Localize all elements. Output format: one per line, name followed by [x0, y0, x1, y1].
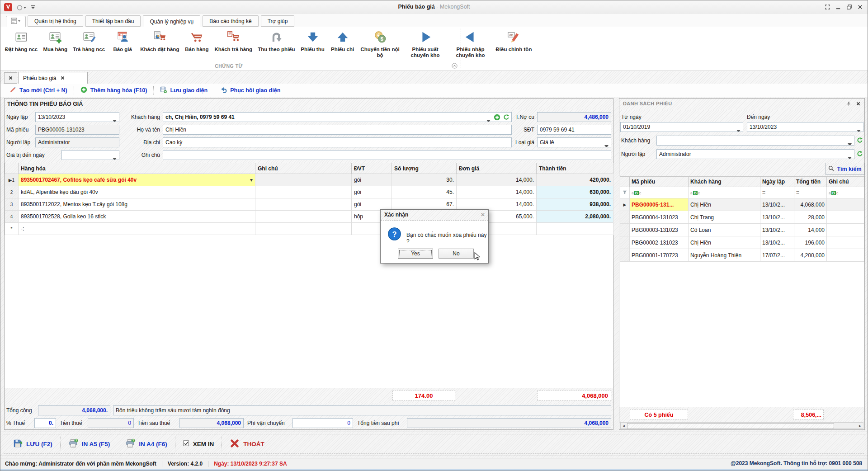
items-col-header[interactable]: Hàng hóa — [19, 163, 255, 174]
app-menu-button[interactable] — [6, 16, 26, 27]
chevron-down-icon[interactable]: ▾ — [250, 177, 253, 183]
tu-ngay-field[interactable]: 01/10/2019 — [620, 122, 743, 132]
chevron-down-icon[interactable] — [486, 116, 491, 122]
quote-customer-cell[interactable]: Cô Loan — [689, 224, 760, 236]
quote-date-cell[interactable]: 13/10/2... — [760, 224, 794, 236]
close-button[interactable] — [855, 3, 865, 10]
quote-customer-cell[interactable]: Nguyễn Hoàng Thiện — [689, 249, 760, 262]
ho-ten-field[interactable]: Chị Hiền — [163, 125, 512, 135]
ribbon-item[interactable]: Trả hàng ncc — [70, 28, 108, 52]
refresh-icon[interactable] — [857, 137, 863, 145]
quote-total-cell[interactable]: 28,000 — [794, 211, 827, 224]
grid-col-header[interactable]: Khách hàng — [689, 177, 760, 187]
filter-cell[interactable]: aBc — [630, 187, 689, 198]
chevron-down-icon[interactable] — [848, 140, 852, 146]
item-name-cell[interactable]: kdAL, Alpenlibe kẹo dâu gói 40v — [19, 186, 255, 198]
yes-button[interactable]: Yes — [398, 249, 433, 259]
ngay-lap-field[interactable]: 13/10/2023 — [35, 112, 119, 122]
ribbon-item[interactable]: Phiếu nhập chuyển kho — [448, 28, 493, 58]
grid-col-header[interactable]: Ngày lập — [760, 177, 794, 187]
ribbon-item[interactable]: Khách trả hàng — [212, 28, 255, 52]
item-name-cell[interactable]: -: — [19, 223, 255, 235]
filter-edit-icon[interactable] — [620, 187, 630, 198]
document-tab[interactable]: Phiếu báo giá — [18, 72, 88, 84]
filter-cell[interactable]: = — [794, 187, 827, 198]
grid-col-header[interactable]: Ghi chú — [827, 177, 864, 187]
items-col-header[interactable]: Số lượng — [392, 163, 457, 174]
item-unit-cell[interactable]: gói — [352, 186, 392, 198]
footer-button[interactable]: ? IN A5 (F5) — [61, 437, 118, 451]
scroll-right-icon[interactable]: ► — [857, 423, 863, 429]
quote-customer-cell[interactable]: Chị Hiền — [689, 198, 760, 211]
footer-button[interactable]: LƯU (F2) — [5, 437, 61, 451]
item-unit-cell[interactable]: gói — [352, 174, 392, 186]
item-price-cell[interactable]: 14,000. — [457, 186, 537, 198]
item-note-cell[interactable] — [255, 186, 352, 198]
grid-col-header[interactable]: Tổng tiền — [794, 177, 827, 187]
ghi-chu-field[interactable] — [163, 150, 611, 160]
ribbon-item[interactable]: Thu theo phiếu — [255, 28, 297, 52]
quote-code-cell[interactable]: PBG00003-131023 — [630, 224, 689, 236]
items-col-header[interactable]: ĐVT — [352, 163, 392, 174]
quote-code-cell[interactable]: PBG00005-131... — [630, 198, 689, 211]
quote-note-cell[interactable] — [827, 224, 864, 236]
footer-button[interactable]: XEM IN — [175, 437, 222, 451]
sp-khach-hang-field[interactable] — [656, 136, 854, 146]
item-unit-cell[interactable]: gói — [352, 198, 392, 211]
gia-tri-field[interactable] — [61, 150, 119, 160]
item-price-cell[interactable]: 14,000. — [457, 174, 537, 186]
quote-date-cell[interactable]: 13/10/2... — [760, 198, 794, 211]
no-button[interactable]: No — [439, 249, 474, 259]
minimize-button[interactable] — [833, 3, 843, 10]
action-button[interactable]: Lưu giao diện — [154, 86, 214, 95]
ribbon-item[interactable]: Mua hàng — [40, 28, 70, 52]
quote-row[interactable]: PBG00001-170723 Nguyễn Hoàng Thiện 17/07… — [620, 249, 864, 262]
den-ngay-field[interactable]: 13/10/2023 — [747, 122, 863, 132]
items-col-header[interactable]: Thành tiền — [537, 163, 613, 174]
close-all-tabs-button[interactable] — [4, 72, 17, 84]
item-row[interactable]: ▶1 ▾8935001702467, Cofitos kẹo café sữa … — [5, 174, 613, 186]
grid-col-header[interactable]: Mã phiếu — [630, 177, 689, 187]
khach-hang-field[interactable]: ch, Chị Hiền, 0979 59 69 41 — [163, 112, 512, 122]
item-name-cell[interactable]: 8935001702528, Golia kẹo 16 stick — [19, 211, 255, 223]
menu-tab[interactable]: Quản trị hệ thống — [28, 15, 83, 27]
item-note-cell[interactable] — [255, 174, 352, 186]
quote-customer-cell[interactable]: Chị Hiền — [689, 236, 760, 249]
phi-vc-field[interactable]: 0 — [292, 418, 353, 428]
action-button[interactable]: Tạo mới (Ctrl + N) — [3, 86, 74, 95]
action-button[interactable]: Phục hồi giao diện — [214, 86, 287, 95]
ribbon-item[interactable]: Phiếu chi — [328, 28, 358, 52]
close-icon[interactable] — [856, 101, 860, 107]
action-button[interactable]: Thêm hàng hóa (F10) — [74, 86, 154, 95]
quote-total-cell[interactable]: 14,000 — [794, 224, 827, 236]
quote-row[interactable]: PBG00004-131023 Chị Trang 13/10/2... 28,… — [620, 211, 864, 224]
quote-date-cell[interactable]: 17/07/2... — [760, 249, 794, 262]
quote-note-cell[interactable] — [827, 236, 864, 249]
search-button[interactable]: Tìm kiếm — [826, 163, 864, 175]
scrollbar-thumb[interactable] — [627, 423, 834, 429]
chevron-down-icon[interactable] — [736, 126, 741, 132]
ribbon-collapse-icon[interactable] — [452, 63, 458, 70]
ribbon-item[interactable]: Đặt hàng ncc — [2, 28, 40, 52]
chevron-down-icon[interactable] — [857, 126, 861, 132]
items-col-header[interactable]: Đơn giá — [457, 163, 537, 174]
item-note-cell[interactable] — [255, 223, 352, 235]
add-customer-icon[interactable] — [494, 114, 500, 122]
ribbon-item[interactable]: Phiếu thu — [298, 28, 328, 52]
item-qty-cell[interactable]: 45. — [392, 186, 457, 198]
tab-close-icon[interactable] — [61, 75, 65, 81]
filter-cell[interactable]: aBc — [827, 187, 864, 198]
filter-cell[interactable]: = — [760, 187, 794, 198]
item-qty-cell[interactable]: 30. — [392, 174, 457, 186]
quote-date-cell[interactable]: 13/10/2... — [760, 236, 794, 249]
quote-note-cell[interactable] — [827, 211, 864, 224]
thue-field[interactable]: 0. — [34, 418, 56, 428]
item-qty-cell[interactable]: 67. — [392, 198, 457, 211]
chevron-down-icon[interactable] — [113, 154, 117, 160]
quote-total-cell[interactable]: 4,068,000 — [794, 198, 827, 211]
dialog-title-bar[interactable]: Xác nhận ✕ — [381, 210, 488, 221]
dialog-close-icon[interactable]: ✕ — [481, 212, 485, 218]
items-col-header[interactable]: Ghi chú — [255, 163, 352, 174]
quote-code-cell[interactable]: PBG00004-131023 — [630, 211, 689, 224]
quote-total-cell[interactable]: 4,200,000 — [794, 249, 827, 262]
